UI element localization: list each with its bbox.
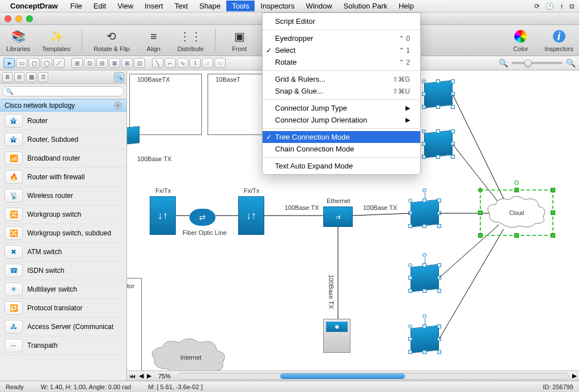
library-item[interactable]: 🛣Router [0,112,126,130]
rotate-handle[interactable] [422,314,426,318]
wifi-icon[interactable]: ⧉ [569,2,574,10]
appname[interactable]: ConceptDraw [10,2,58,10]
snap-tool[interactable]: ⊞ [71,58,83,68]
resize-handle[interactable] [437,263,441,267]
rounded-rect-tool[interactable]: ▢ [28,58,40,68]
resize-handle[interactable] [408,276,412,280]
connector-tool-1[interactable]: ╲ [152,58,163,68]
resize-handle[interactable] [422,79,426,83]
menu-help[interactable]: Help [393,1,420,11]
resize-handle[interactable] [408,263,412,267]
menu-edit[interactable]: Edit [88,1,112,11]
inspectors-button[interactable]: i Inspectors [544,28,573,52]
lib-search-button[interactable]: 🔍 [114,72,124,82]
device-switch-top1[interactable] [424,82,453,107]
device-fxtx-1[interactable]: ↓↑ [150,196,176,235]
menu-item-chain-connection-mode[interactable]: Chain Connection Mode [263,143,420,155]
menu-inspectors[interactable]: Inspectors [255,1,300,11]
resize-handle[interactable] [551,210,555,215]
library-item[interactable]: 🔀Workgroup switch [0,205,126,224]
resize-handle[interactable] [422,263,426,267]
rect-tool[interactable]: ▭ [16,58,27,68]
device-fxtx-2[interactable]: ↓↑ [238,196,264,235]
rotate-flip-button[interactable]: ⟲ Rotate & Flip [94,28,130,52]
close-window-button[interactable] [5,15,11,22]
snap-tool-4[interactable]: ⊠ [109,58,120,68]
resize-handle[interactable] [514,233,519,238]
resize-handle[interactable] [451,155,455,159]
page-nav-next[interactable]: ▶ [147,372,151,380]
snap-tool-2[interactable]: ⊡ [84,58,95,68]
distribute-button[interactable]: ⋮⋮ Distribute [177,28,204,52]
library-search-input[interactable] [2,86,124,96]
resize-handle[interactable] [514,188,519,192]
menu-item-eyedropper[interactable]: Eyedropper⌃ 0 [263,32,420,44]
lib-view-grid-lg[interactable]: ▦ [26,72,36,82]
resize-handle[interactable] [437,199,441,203]
menu-solution-park[interactable]: Solution Park [338,1,393,11]
menu-item-grid-rulers-[interactable]: Grid & Rulers...⇧⌘G [263,73,420,85]
resize-handle[interactable] [451,92,455,96]
menu-item-connector-jump-orientation[interactable]: Connector Jump Orientation▶ [263,114,420,126]
resize-handle[interactable] [422,155,426,159]
library-item[interactable]: ☎ISDN switch [0,262,126,280]
resize-handle[interactable] [422,324,426,328]
device-switch-3[interactable] [411,327,439,352]
rotate-handle[interactable] [514,180,519,185]
resize-handle[interactable] [437,324,441,328]
resize-handle[interactable] [436,155,440,159]
pointer-tool[interactable]: ➤ [3,58,15,68]
resize-handle[interactable] [437,211,441,215]
resize-handle[interactable] [422,224,426,228]
library-item[interactable]: 🛣Router, Subdued [0,130,126,149]
menu-item-text-auto-expand-mode[interactable]: Text Auto Expand Mode [263,160,420,172]
resize-handle[interactable] [437,337,441,341]
resize-handle[interactable] [451,142,455,146]
menu-window[interactable]: Window [300,1,337,11]
templates-button[interactable]: ✨ Templates [42,28,70,52]
page-nav-first[interactable]: ⏮ [129,373,136,380]
libraries-button[interactable]: 📚 Libraries [6,28,31,52]
front-button[interactable]: ▣ Front [227,28,252,52]
device-cloud[interactable]: Cloud [485,195,548,230]
horizontal-scrollbar[interactable] [177,373,569,380]
resize-handle[interactable] [551,188,555,192]
ellipse-tool[interactable]: ◯ [41,58,52,68]
resize-handle[interactable] [408,289,412,293]
resize-handle[interactable] [436,79,440,83]
line-tool[interactable]: ／ [53,58,65,68]
resize-handle[interactable] [408,324,412,328]
close-library-icon[interactable]: × [114,102,122,109]
resize-handle[interactable] [478,233,483,238]
library-item[interactable]: ✖ATM switch [0,243,126,262]
menu-item-tree-connection-mode[interactable]: ✓Tree Connection Mode [263,131,420,143]
resize-handle[interactable] [408,211,412,215]
library-item[interactable]: 🖧Access Server (Communicat [0,318,126,336]
resize-handle[interactable] [478,188,483,192]
resize-handle[interactable] [451,129,455,133]
device-fiber-optic[interactable]: ⇄ [189,209,215,226]
zoom-slider[interactable] [512,62,563,64]
snap-tool-5[interactable]: ⊞ [121,58,133,68]
connector-tool-6[interactable]: ⟍ [214,58,226,68]
zoom-percent[interactable]: 75% [155,373,174,380]
connector-tool-3[interactable]: ∿ [177,58,188,68]
resize-handle[interactable] [436,105,440,109]
resize-handle[interactable] [422,350,426,354]
resize-handle[interactable] [408,350,412,354]
resize-handle[interactable] [478,210,483,215]
menu-insert[interactable]: Insert [139,1,169,11]
library-item[interactable]: 🔥Router with firewall [0,168,126,187]
device-ethernet-switch[interactable]: ⇉ [323,206,353,227]
resize-handle[interactable] [451,105,455,109]
resize-handle[interactable] [551,233,555,238]
resize-handle[interactable] [422,289,426,293]
device-switch-2[interactable] [411,265,439,290]
lib-view-grid-sm[interactable]: ⊞ [14,72,24,82]
resize-handle[interactable] [408,337,412,341]
zoom-in-button[interactable]: 🔍 [566,58,576,68]
lib-view-list[interactable]: ≣ [2,72,12,82]
lib-view-detail[interactable]: ☰ [38,72,48,82]
sync-icon[interactable]: ⟳ [534,2,540,10]
device-cabinet[interactable]: ✱ [323,319,350,353]
